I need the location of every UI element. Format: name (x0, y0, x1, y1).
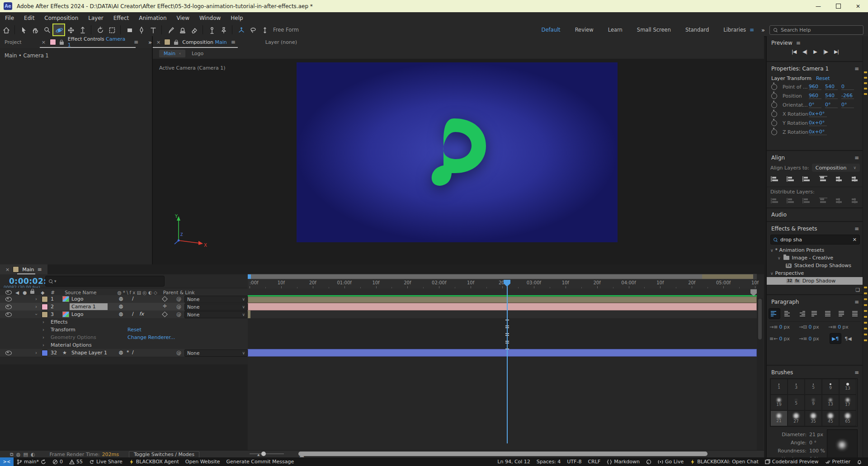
timeline-track-area[interactable]: :00f10f20f01:00f10f20f02:00f10f20f03:00f… (248, 274, 757, 451)
paragraph-align-button-6[interactable] (850, 309, 861, 319)
3d-layer-switch[interactable] (162, 311, 168, 317)
orbit-camera-tool-icon[interactable] (53, 24, 64, 35)
align-to-dropdown[interactable]: Composition∨ (812, 164, 860, 172)
reset-link[interactable]: Reset (127, 327, 142, 333)
stopwatch-icon[interactable] (771, 129, 777, 135)
menu-effect[interactable]: Effect (108, 15, 134, 21)
brush-13[interactable]: 13 (839, 379, 856, 395)
paragraph-align-button-5[interactable] (837, 309, 848, 319)
puppet-pin-tool-icon[interactable] (206, 24, 217, 35)
property-value[interactable]: 960 (809, 84, 821, 90)
layer-bar-shape-layer-1[interactable] (248, 349, 757, 357)
panel-menu-icon[interactable]: ≡ (854, 226, 859, 232)
clear-search-icon[interactable]: ✕ (853, 237, 857, 243)
axis-mode-world-icon[interactable] (247, 24, 258, 35)
brush-35[interactable]: 35 (805, 410, 822, 426)
property-value[interactable]: 540 (825, 84, 838, 90)
camera-tool-icon[interactable] (106, 24, 117, 35)
time-ruler[interactable]: :00f10f20f01:00f10f20f02:00f10f20f03:00f… (248, 279, 757, 289)
layer-color-swatch[interactable] (42, 296, 48, 302)
comp-breadcrumb-main[interactable]: Main ‹ (159, 50, 185, 57)
workspace-menu-icon[interactable]: ≡ (750, 27, 754, 33)
menu-animation[interactable]: Animation (134, 15, 171, 21)
align-layers-icon-3[interactable] (818, 175, 828, 184)
brush-1[interactable]: 1 (770, 379, 788, 395)
search-help-input[interactable]: Search Help (769, 25, 863, 35)
panel-menu-icon[interactable]: ≡ (854, 155, 859, 161)
statusbar-item-open-website[interactable]: Open Website (182, 459, 223, 465)
chevron-down-icon[interactable]: ∨ (770, 271, 774, 276)
collapse-icon[interactable]: › (34, 314, 39, 315)
layer-bar-logo-1[interactable] (248, 297, 757, 303)
zoom-out-icon[interactable]: ▴ (257, 452, 260, 457)
align-layers-icon-4[interactable] (834, 175, 844, 184)
align-distribute-icon-3[interactable] (818, 197, 828, 206)
stopwatch-icon[interactable] (771, 111, 777, 117)
space-before-field[interactable]: →⊟0px (799, 324, 819, 330)
parent-pickwhip-icon[interactable]: @ (176, 296, 181, 302)
layer-color-swatch[interactable] (42, 311, 48, 318)
shy-switch[interactable]: ◍ (119, 303, 123, 309)
remote-indicator[interactable]: >< (0, 457, 14, 466)
timeline-vertical-scrollbar[interactable] (757, 298, 763, 452)
first-line-indent-field[interactable]: →≡0px (799, 336, 819, 342)
property-value[interactable]: 0x+0° (809, 111, 827, 117)
statusbar-item-55[interactable]: 55 (66, 459, 86, 465)
panel-menu-icon[interactable]: ≡ (854, 369, 859, 376)
panel-menu-icon[interactable]: ≡ (854, 66, 859, 72)
layer-row-1[interactable]: › 1 Logo ◍ / @ None∨ (0, 295, 248, 303)
property-group-label[interactable]: Material Options (51, 342, 92, 348)
previous-frame-button[interactable]: ◀| (802, 49, 807, 55)
layer-name[interactable]: Logo (71, 311, 83, 317)
align-distribute-icon-4[interactable] (834, 197, 844, 206)
roto-brush-tool-icon[interactable] (218, 24, 229, 35)
expand-icon[interactable]: › (42, 343, 44, 348)
dolly-camera-tool-icon[interactable] (77, 24, 88, 35)
workspace-tab-learn[interactable]: Learn (601, 27, 630, 33)
stopwatch-icon[interactable] (771, 102, 777, 108)
timeline-pane-toggle-icons[interactable]: ⧉◍▤◐ (10, 452, 38, 457)
property-group-label[interactable]: Transform (51, 327, 75, 333)
brush-3[interactable]: 3 (788, 379, 805, 395)
3d-layer-switch[interactable] (162, 296, 168, 302)
toggle-switches-modes-button[interactable]: Toggle Switches / Modes (129, 451, 199, 458)
reset-button[interactable]: Reset (816, 75, 830, 81)
align-distribute-icon-1[interactable] (786, 197, 796, 206)
effects-search-input[interactable]: drop sha ✕ (770, 235, 860, 245)
statusbar-item-blackboxai-open-chat[interactable]: BLACKBOXAI: Open Chat (687, 459, 762, 465)
shy-switch[interactable]: ◍ (119, 311, 123, 317)
property-group-material-options[interactable]: › Material Options (0, 341, 248, 349)
property-value[interactable]: 960 (809, 93, 821, 99)
property-value[interactable]: 0x+0° (809, 129, 827, 135)
menu-file[interactable]: File (0, 15, 19, 21)
statusbar-item-go-live[interactable]: Go Live (655, 459, 687, 465)
layer-color-swatch[interactable] (42, 304, 48, 310)
lock-icon[interactable] (174, 42, 178, 45)
workspace-tab-review[interactable]: Review (568, 27, 601, 33)
layer-name[interactable]: Camera 1 (70, 303, 108, 310)
navigator-start-handle[interactable] (248, 274, 251, 279)
brush-13[interactable]: 13 (822, 395, 839, 410)
layer-row-3[interactable]: › 3 Logo ◍ / fx @ None∨ (0, 311, 248, 319)
menu-view[interactable]: View (172, 15, 194, 21)
stopwatch-icon[interactable] (771, 84, 777, 90)
parent-dropdown[interactable]: None∨ (184, 296, 248, 303)
panel-menu-icon[interactable]: ≡ (854, 299, 859, 305)
menu-layer[interactable]: Layer (83, 15, 108, 21)
eye-icon[interactable] (5, 297, 12, 301)
statusbar-item-markdown[interactable]: Markdown (604, 459, 643, 465)
timeline-tab-main[interactable]: × Main ≡ (0, 264, 47, 274)
space-after-field[interactable]: →≡0px (828, 324, 849, 330)
brush-21[interactable]: 21 (770, 410, 788, 426)
next-frame-button[interactable]: |▶ (823, 49, 828, 55)
axis-mode-local-icon[interactable] (236, 24, 246, 35)
workspace-overflow-icon[interactable]: » (761, 27, 765, 33)
statusbar-item-codebraid-preview[interactable]: Codebraid Preview (762, 459, 822, 465)
panel-menu-icon[interactable]: ≡ (134, 39, 138, 45)
statusbar-item-live-share[interactable]: Live Share (86, 459, 126, 465)
axis-mode-view-icon[interactable] (259, 24, 270, 35)
timeline-zoom-slider[interactable] (250, 453, 284, 454)
property-value[interactable]: -266 (841, 93, 854, 99)
indent-left-field[interactable]: →≡0px (769, 324, 790, 330)
lock-icon[interactable] (60, 42, 64, 45)
